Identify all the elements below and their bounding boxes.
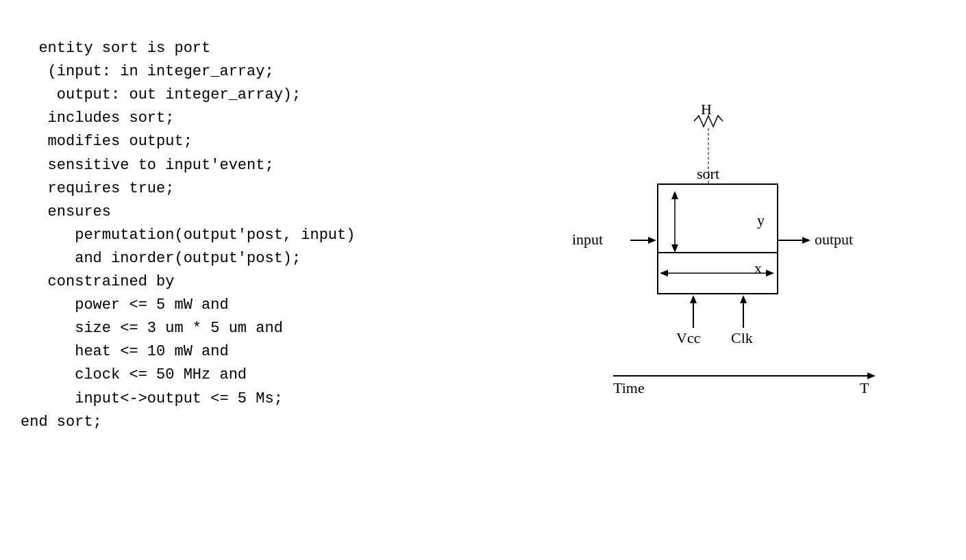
vcc-arrowhead [690,295,697,303]
inner-arrow-up [671,191,678,199]
clk-arrowhead [740,295,747,303]
input-label: input [572,231,603,248]
inner-arrow-left [660,270,668,277]
diagram-panel: H sort y x input [480,0,966,560]
output-label: output [815,231,853,248]
inner-arrow-down [671,244,678,253]
diagram-container: H sort y x input [524,88,921,472]
clk-label: Clk [731,329,753,346]
time-axis-arrowhead [867,372,876,379]
code-panel: entity sort is port (input: in integer_a… [0,0,480,560]
x-label: x [754,259,762,277]
y-label: y [757,212,765,229]
inner-arrow-right [766,270,774,277]
code-text: entity sort is port (input: in integer_a… [21,40,355,431]
sort-box [658,184,778,294]
time-label: Time [613,379,645,396]
diagram-svg: H sort y x input [524,88,921,472]
vcc-label: Vcc [676,329,701,346]
h-label: H [701,101,712,118]
output-arrowhead [802,237,810,244]
input-arrowhead [648,237,656,244]
t-label: T [860,379,869,396]
sort-label: sort [697,165,719,182]
